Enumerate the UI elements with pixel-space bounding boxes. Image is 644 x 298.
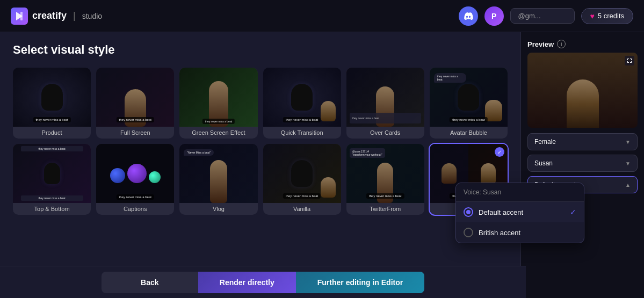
sphere-blue (110, 168, 125, 183)
style-thumb-top-bottom: they never miss a beat they never miss a… (13, 144, 91, 203)
svg-rect-1 (20, 12, 23, 20)
style-label-over-cards: Over Cards (346, 127, 424, 139)
discord-button[interactable] (459, 6, 478, 26)
page-title: Select visual style (13, 43, 508, 57)
style-thumb-quick: they never miss a beat (263, 68, 341, 127)
right-panel: Preview i Female (520, 32, 644, 298)
style-card-green-screen[interactable]: they never miss a beat Green Screen Effe… (179, 68, 257, 139)
expand-icon[interactable] (625, 56, 634, 66)
heart-icon: ♥ (590, 12, 595, 20)
chevron-down-icon: ▼ (625, 139, 631, 145)
preview-info-icon[interactable]: i (557, 40, 566, 48)
dropdown-item-british[interactable]: British accent (456, 222, 584, 243)
style-card-full-screen[interactable]: they never miss a beat Full Screen (96, 68, 174, 139)
style-thumb-twitter: @user:1371t4"transform your workout!" th… (346, 144, 424, 203)
logo-text: creatify (32, 10, 67, 21)
style-thumb-vanilla: they never miss a beat (263, 144, 341, 203)
selected-check: ✓ (495, 147, 504, 157)
style-thumb-green-screen: they never miss a beat (179, 68, 257, 127)
dropdown-item-default[interactable]: Default accent ✓ (456, 202, 584, 222)
credits-button[interactable]: ♥ 5 credits (581, 8, 633, 24)
render-button[interactable]: Render directly (198, 272, 296, 293)
preview-person (527, 53, 638, 128)
style-label-captions: Captions (96, 203, 174, 215)
style-label-top-bottom: Top & Bottom (13, 203, 91, 215)
dropdown-voice-header: Voice: Susan (456, 183, 584, 202)
sphere-purple (127, 164, 147, 183)
style-thumb-captions: they never miss a beat (96, 144, 174, 203)
logo-studio: studio (82, 12, 102, 20)
logo-divider: | (73, 10, 76, 21)
style-label-vanilla: Vanilla (263, 203, 341, 215)
preview-person-shape (567, 79, 599, 128)
preview-section: Preview i (527, 40, 638, 128)
style-label-quick-transition: Quick Transition (263, 127, 341, 139)
style-panel: Select visual style they never miss a be… (0, 32, 520, 298)
voice-name-dropdown[interactable]: Susan ▼ (527, 155, 638, 172)
style-label-twitter: TwitterFrom (346, 203, 424, 215)
logo-icon (11, 8, 28, 25)
logo-area: creatify | studio (11, 8, 102, 25)
bottom-action-bar: Back Render directly Further editing in … (0, 266, 526, 298)
radio-british (464, 228, 473, 237)
accent-dropdown-popup: Voice: Susan Default accent ✓ British ac… (455, 183, 584, 243)
header-right: P @gm... ♥ 5 credits (459, 6, 633, 26)
style-card-vanilla[interactable]: they never miss a beat Vanilla (263, 144, 341, 215)
preview-thumbnail (527, 53, 638, 128)
style-thumb-product: they never miss a beat (13, 68, 91, 127)
chevron-down-icon-2: ▼ (625, 161, 631, 166)
style-label-avatar-bubble: Avatar Bubble (430, 127, 508, 139)
style-card-twitter[interactable]: @user:1371t4"transform your workout!" th… (346, 144, 424, 215)
style-label-full-screen: Full Screen (96, 127, 174, 139)
style-label-green-screen: Green Screen Effect (179, 127, 257, 139)
style-card-avatar-bubble[interactable]: they never miss a beat they never miss a… (430, 68, 508, 139)
style-label-product: Product (13, 127, 91, 139)
style-label-vlog: Vlog (179, 203, 257, 215)
preview-label: Preview i (527, 40, 638, 48)
email-display[interactable]: @gm... (510, 8, 575, 24)
style-card-quick-transition[interactable]: they never miss a beat Quick Transition (263, 68, 341, 139)
style-thumb-vlog: "Never Miss a beat" (179, 144, 257, 203)
sphere-teal (149, 171, 161, 183)
user-avatar[interactable]: P (484, 6, 504, 26)
style-thumb-bubble: they never miss a beat they never miss a… (430, 68, 508, 127)
style-card-vlog[interactable]: "Never Miss a beat" Vlog (179, 144, 257, 215)
style-card-over-cards[interactable]: they never miss a beat Over Cards (346, 68, 424, 139)
style-grid: they never miss a beat Product they neve… (13, 68, 508, 215)
gender-dropdown[interactable]: Female ▼ (527, 133, 638, 150)
radio-dot-default (466, 210, 471, 214)
style-thumb-over: they never miss a beat (346, 68, 424, 127)
style-thumb-full: they never miss a beat (96, 68, 174, 127)
editor-button[interactable]: Further editing in Editor (296, 272, 424, 293)
style-card-product[interactable]: they never miss a beat Product (13, 68, 91, 139)
main-content: Select visual style they never miss a be… (0, 32, 644, 298)
style-card-captions[interactable]: they never miss a beat Captions (96, 144, 174, 215)
header: creatify | studio P @gm... ♥ 5 credits (0, 0, 644, 32)
back-button[interactable]: Back (102, 272, 198, 293)
style-card-top-bottom[interactable]: they never miss a beat they never miss a… (13, 144, 91, 215)
check-icon: ✓ (570, 208, 576, 216)
radio-default (464, 207, 473, 217)
chevron-up-icon: ▲ (625, 182, 631, 188)
